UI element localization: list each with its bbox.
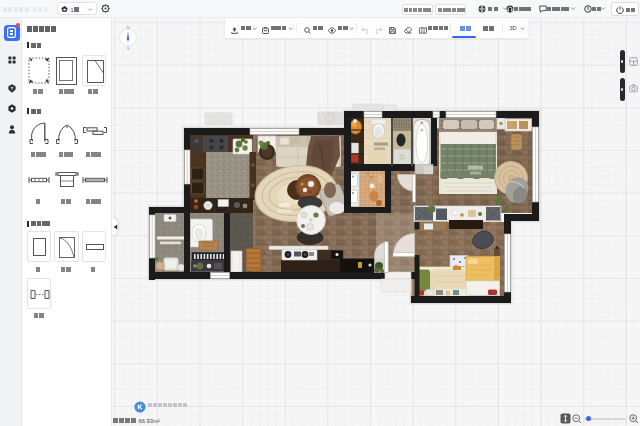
svg-text:N: N	[127, 25, 130, 30]
svg-text:S: S	[127, 46, 130, 51]
